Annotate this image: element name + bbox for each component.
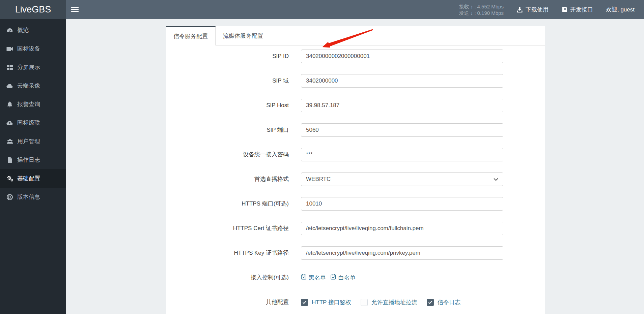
form-row-https-port: HTTPS 端口(可选) [166, 197, 545, 211]
sidebar-item-label: 分屏展示 [17, 63, 40, 71]
sip-host-input[interactable] [301, 99, 503, 112]
network-stats: 接收 ↑ : 4.552 Mbps 发送 ↓ : 0.190 Mbps [459, 3, 504, 16]
life-ring-icon [6, 194, 13, 200]
sidebar-item-overview[interactable]: 概览 [0, 21, 66, 39]
field-label: HTTPS Key 证书路径 [166, 246, 289, 260]
field-label: SIP 端口 [166, 123, 289, 137]
tab-media-config[interactable]: 流媒体服务配置 [216, 26, 271, 45]
form-row-live-format: 首选直播格式 WEBRTC [166, 172, 545, 186]
sidebar-item-label: 版本信息 [17, 193, 40, 201]
sidebar-item-gb-cascade[interactable]: 国标级联 [0, 114, 66, 132]
cloud-upload-icon [6, 120, 13, 126]
field-label: SIP Host [166, 99, 289, 112]
chevron-down-icon [494, 176, 498, 183]
checkbox-unchecked-icon [361, 299, 368, 306]
sip-port-input[interactable] [301, 123, 503, 137]
field-label: 设备统一接入密码 [166, 148, 289, 161]
device-password-input[interactable] [301, 148, 503, 161]
form-row-device-password: 设备统一接入密码 [166, 148, 545, 161]
sidebar-item-label: 用户管理 [17, 137, 40, 145]
bell-icon [6, 101, 13, 108]
users-icon [6, 138, 13, 145]
https-key-path-input[interactable] [301, 246, 503, 260]
calendar-check-icon [331, 274, 336, 281]
blacklist-link[interactable]: 黑名单 [301, 274, 326, 282]
allow-pull-stream-checkbox[interactable]: 允许直播地址拉流 [361, 299, 417, 306]
form-row-access-control: 接入控制(可选) 黑名单 [166, 271, 545, 284]
gauge-icon [6, 27, 13, 34]
https-cert-path-input[interactable] [301, 222, 503, 235]
sidebar-item-label: 云端录像 [17, 82, 40, 90]
sip-id-input[interactable] [301, 50, 503, 63]
cloud-icon [6, 83, 13, 89]
calendar-x-icon [301, 274, 306, 281]
sidebar-item-gb-devices[interactable]: 国标设备 [0, 39, 66, 58]
preferred-live-format-select[interactable]: WEBRTC [301, 172, 503, 186]
sidebar-item-label: 国标级联 [17, 119, 40, 127]
sidebar-item-alarm-query[interactable]: 报警查询 [0, 95, 66, 114]
gears-icon [6, 175, 13, 182]
tab-bar: 信令服务配置 流媒体服务配置 [166, 26, 545, 45]
sidebar-item-label: 基础配置 [17, 175, 40, 182]
content-area: 信令服务配置 流媒体服务配置 SIP ID SIP 域 SIP Host SIP… [66, 19, 644, 314]
download-icon [516, 6, 523, 13]
field-label: 首选直播格式 [166, 172, 289, 186]
top-navbar: LiveGBS 接收 ↑ : 4.552 Mbps 发送 ↓ : 0.190 M… [0, 0, 644, 19]
http-auth-checkbox[interactable]: HTTP 接口鉴权 [301, 299, 351, 306]
sidebar-item-version-info[interactable]: 版本信息 [0, 188, 66, 206]
sidebar-item-label: 国标设备 [17, 45, 40, 53]
down-arrow-icon: ↓ [471, 10, 473, 16]
sidebar-toggle-button[interactable] [66, 0, 84, 19]
sidebar-item-split-screen[interactable]: 分屏展示 [0, 58, 66, 76]
checkbox-checked-icon [427, 299, 434, 306]
sidebar-item-operation-log[interactable]: 操作日志 [0, 151, 66, 169]
sidebar-item-user-management[interactable]: 用户管理 [0, 132, 66, 151]
sidebar-item-label: 概览 [17, 26, 29, 34]
receive-rate: 接收 ↑ : 4.552 Mbps [459, 3, 504, 10]
send-rate: 发送 ↓ : 0.190 Mbps [459, 10, 504, 16]
book-icon [561, 6, 567, 13]
field-label: 其他配置 [166, 295, 289, 309]
whitelist-link[interactable]: 白名单 [331, 274, 356, 282]
tab-signaling-config[interactable]: 信令服务配置 [166, 26, 216, 45]
up-arrow-icon: ↑ [471, 4, 473, 9]
form-row-https-cert: HTTPS Cert 证书路径 [166, 222, 545, 235]
field-label: 接入控制(可选) [166, 271, 289, 284]
sidebar-item-label: 报警查询 [17, 100, 40, 108]
sidebar-nav: 概览 国标设备 分屏展示 云端录像 [0, 19, 66, 314]
select-value: WEBRTC [306, 176, 331, 183]
sidebar-item-label: 操作日志 [17, 156, 40, 164]
field-label: SIP ID [166, 50, 289, 63]
form-row-sip-port: SIP 端口 [166, 123, 545, 137]
checkbox-checked-icon [301, 299, 308, 306]
config-card: 信令服务配置 流媒体服务配置 SIP ID SIP 域 SIP Host SIP… [166, 26, 545, 314]
field-label: HTTPS 端口(可选) [166, 197, 289, 211]
sip-domain-input[interactable] [301, 74, 503, 88]
signaling-config-form: SIP ID SIP 域 SIP Host SIP 端口 设备统一接入密码 首选 [166, 45, 545, 309]
form-row-https-key: HTTPS Key 证书路径 [166, 246, 545, 260]
https-port-input[interactable] [301, 197, 503, 211]
brand-logo[interactable]: LiveGBS [0, 0, 66, 19]
grid-icon [6, 64, 13, 71]
signaling-log-checkbox[interactable]: 信令日志 [427, 299, 460, 306]
download-link[interactable]: 下载使用 [516, 6, 549, 13]
hamburger-icon [71, 6, 79, 13]
video-camera-icon [6, 45, 13, 52]
field-label: HTTPS Cert 证书路径 [166, 222, 289, 235]
form-row-sip-id: SIP ID [166, 50, 545, 63]
file-icon [6, 157, 13, 163]
form-row-other-config: 其他配置 HTTP 接口鉴权 允许直播地址拉流 [166, 295, 545, 309]
user-menu[interactable]: 欢迎, guest [606, 6, 635, 13]
form-row-sip-domain: SIP 域 [166, 74, 545, 88]
sidebar-item-cloud-record[interactable]: 云端录像 [0, 76, 66, 95]
sidebar-item-basic-config[interactable]: 基础配置 [0, 169, 66, 188]
field-label: SIP 域 [166, 74, 289, 88]
form-row-sip-host: SIP Host [166, 99, 545, 112]
api-docs-link[interactable]: 开发接口 [561, 6, 593, 13]
